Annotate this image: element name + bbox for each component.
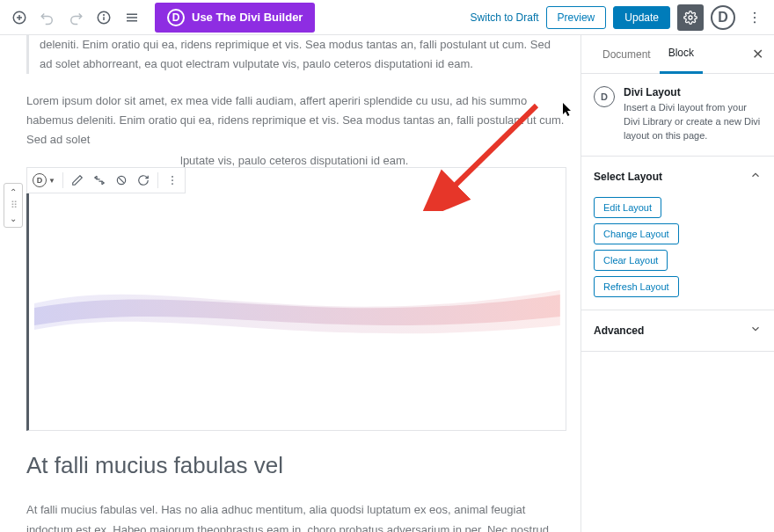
divi-icon: D xyxy=(33,173,47,187)
panel-select-layout: Select Layout Edit Layout Change Layout … xyxy=(581,157,774,310)
divi-icon: D xyxy=(594,86,615,107)
info-button[interactable] xyxy=(91,5,116,30)
divider xyxy=(157,172,158,188)
sidebar-tabs: Document Block ✕ xyxy=(581,35,774,74)
panel-advanced: Advanced xyxy=(581,310,774,352)
panel-toggle-advanced[interactable]: Advanced xyxy=(581,310,774,351)
move-down-button[interactable]: ⌄ xyxy=(8,212,18,225)
svg-point-15 xyxy=(172,177,173,179)
editor-main: ⌃ ⠿ ⌄ deleniti. Enim oratio qui ea, ride… xyxy=(0,35,774,532)
use-divi-builder-button[interactable]: D Use The Divi Builder xyxy=(155,3,315,33)
chevron-down-icon: ▼ xyxy=(48,177,55,185)
switch-to-draft-link[interactable]: Switch to Draft xyxy=(471,11,539,24)
undo-button[interactable] xyxy=(35,5,60,30)
refresh-icon[interactable] xyxy=(133,170,154,191)
settings-button[interactable] xyxy=(677,4,704,31)
svg-point-5 xyxy=(104,14,105,15)
preview-button[interactable]: Preview xyxy=(546,6,607,29)
paragraph-block[interactable]: deleniti. Enim oratio qui ea, ridens rep… xyxy=(26,35,566,74)
edit-layout-button[interactable]: Edit Layout xyxy=(594,197,661,218)
panel-toggle-select-layout[interactable]: Select Layout xyxy=(581,157,774,197)
edit-icon[interactable] xyxy=(67,170,88,191)
divi-logo-icon: D xyxy=(167,9,185,26)
block-mover: ⌃ ⠿ ⌄ xyxy=(4,183,23,228)
toolbar-right: Switch to Draft Preview Update D xyxy=(471,4,767,31)
svg-point-12 xyxy=(754,21,756,23)
change-layout-button[interactable]: Change Layout xyxy=(594,223,679,244)
tab-block[interactable]: Block xyxy=(660,34,703,74)
svg-point-17 xyxy=(172,184,173,186)
divi-panel-button[interactable]: D xyxy=(711,5,735,30)
panel-title: Select Layout xyxy=(594,171,662,183)
editor-toolbar: D Use The Divi Builder Switch to Draft P… xyxy=(0,0,774,35)
update-button[interactable]: Update xyxy=(613,6,670,29)
redo-button[interactable] xyxy=(63,5,88,30)
clear-icon[interactable] xyxy=(111,170,132,191)
chevron-down-icon xyxy=(749,323,762,339)
panel-body-layout: Edit Layout Change Layout Clear Layout R… xyxy=(581,197,774,310)
toolbar-left: D Use The Divi Builder xyxy=(7,3,315,33)
block-more-button[interactable] xyxy=(162,170,183,191)
close-panel-button[interactable]: ✕ xyxy=(752,46,763,62)
paragraph-block[interactable]: Lorem ipsum dolor sit amet, ex mea vide … xyxy=(26,91,566,149)
swap-icon[interactable] xyxy=(89,170,110,191)
heading-block[interactable]: At falli mucius fabulas vel xyxy=(26,452,566,479)
move-up-button[interactable]: ⌃ xyxy=(8,186,18,199)
chevron-up-icon xyxy=(749,169,762,185)
svg-line-14 xyxy=(119,179,124,184)
paragraph-trailing: lputate vis, paulo ceteros disputationi … xyxy=(180,154,408,167)
paragraph-text: Lorem ipsum dolor sit amet, ex mea vide … xyxy=(26,94,564,146)
block-info-title: Divi Layout xyxy=(624,86,762,98)
block-info-desc: Insert a Divi layout from your Divi Libr… xyxy=(624,101,762,143)
refresh-layout-button[interactable]: Refresh Layout xyxy=(594,276,679,297)
settings-sidebar: Document Block ✕ D Divi Layout Insert a … xyxy=(580,35,774,532)
block-type-button[interactable]: D ▼ xyxy=(29,173,59,187)
panel-title: Advanced xyxy=(594,324,644,337)
editor-canvas: ⌃ ⠿ ⌄ deleniti. Enim oratio qui ea, ride… xyxy=(0,35,580,532)
tab-document[interactable]: Document xyxy=(594,36,660,73)
block-info: D Divi Layout Insert a Divi layout from … xyxy=(581,74,774,157)
more-button[interactable] xyxy=(742,5,767,30)
drag-handle[interactable]: ⠿ xyxy=(10,199,18,212)
block-toolbar: D ▼ xyxy=(26,167,186,193)
outline-button[interactable] xyxy=(120,5,144,30)
svg-point-16 xyxy=(172,180,173,182)
svg-point-11 xyxy=(754,16,756,18)
svg-point-9 xyxy=(689,16,692,19)
svg-point-10 xyxy=(754,11,756,13)
clear-layout-button[interactable]: Clear Layout xyxy=(594,250,668,271)
paragraph-block[interactable]: At falli mucius fabulas vel. Has no alia… xyxy=(26,500,566,532)
divi-layout-block[interactable]: D ▼ xyxy=(26,167,566,431)
divi-wave-graphic xyxy=(34,255,560,343)
divider xyxy=(62,172,63,188)
builder-btn-label: Use The Divi Builder xyxy=(192,11,303,24)
add-block-button[interactable] xyxy=(7,5,32,30)
